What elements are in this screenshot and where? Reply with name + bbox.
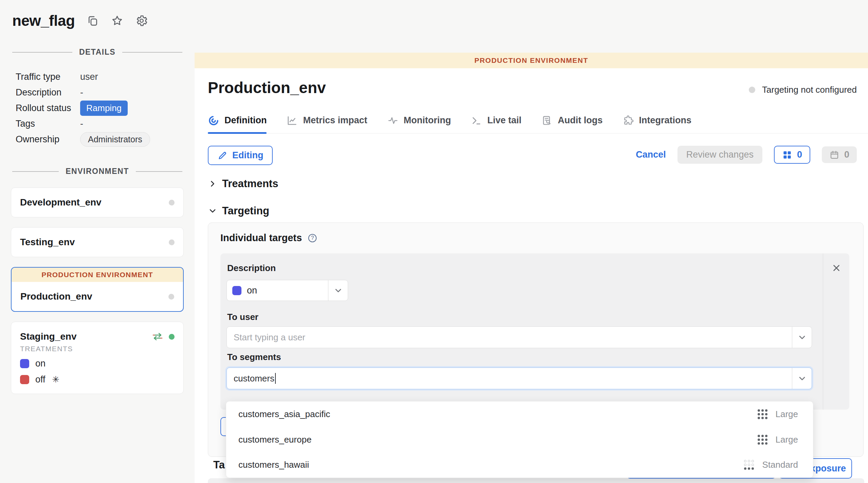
next-section-card	[208, 478, 864, 483]
selected-treatment: on	[247, 285, 328, 296]
target-rule-card: Description on To user To segments	[220, 253, 849, 410]
detail-row-rollout-status: Rollout status Ramping	[16, 100, 195, 116]
editing-button[interactable]: Editing	[208, 146, 273, 165]
targeting-status-dot	[749, 87, 755, 93]
treatments-section-toggle[interactable]: Treatments	[208, 178, 278, 190]
individual-targets-heading: Individual targets	[220, 232, 302, 244]
environment-heading: ENVIRONMENT	[66, 167, 129, 176]
metrics-icon	[286, 115, 298, 126]
review-changes-button[interactable]: Review changes	[677, 146, 762, 164]
svg-text:?: ?	[311, 235, 314, 241]
chevron-down-icon[interactable]	[792, 368, 812, 389]
to-segments-field-label: To segments	[227, 352, 281, 362]
page-header: new_flag	[12, 12, 148, 29]
next-section-heading-fragment: Ta	[213, 459, 225, 471]
segments-input-value[interactable]: customers	[234, 373, 274, 384]
ownership-pill[interactable]: Administrators	[80, 132, 150, 147]
segment-size-large-icon	[758, 409, 767, 419]
env-card-production[interactable]: PRODUCTION ENVIRONMENT Production_env	[11, 267, 184, 312]
segment-dropdown: customers_asia_pacific Large customers_e…	[226, 401, 813, 478]
env-status-dot-active	[169, 334, 175, 340]
environment-panel: Production_env Targeting not configured …	[195, 68, 868, 483]
user-input[interactable]	[234, 332, 792, 343]
treatment-select[interactable]: on	[227, 280, 348, 301]
main-area: PRODUCTION ENVIRONMENT Production_env Ta…	[195, 53, 868, 483]
env-card-development[interactable]: Development_env	[11, 187, 184, 217]
chevron-down-icon[interactable]	[328, 280, 348, 301]
traffic-swap-icon	[152, 332, 163, 341]
segment-size-standard-icon	[744, 460, 754, 470]
treatments-caption: TREATMENTS	[20, 345, 175, 353]
page-title: Production_env	[208, 78, 326, 97]
env-card-testing[interactable]: Testing_env	[11, 227, 184, 257]
environment-divider: ENVIRONMENT	[12, 167, 182, 176]
text-caret	[275, 373, 276, 384]
details-divider: DETAILS	[12, 48, 182, 57]
production-environment-top-banner: PRODUCTION ENVIRONMENT	[195, 53, 868, 68]
help-icon[interactable]: ?	[307, 233, 318, 243]
remove-rule-column	[823, 253, 849, 410]
production-environment-banner: PRODUCTION ENVIRONMENT	[12, 268, 183, 282]
segment-option-asia-pacific[interactable]: customers_asia_pacific Large	[226, 401, 813, 427]
targeting-status: Targeting not configured	[749, 85, 857, 95]
puzzle-icon	[622, 115, 634, 126]
treatment-color-swatch	[232, 286, 241, 295]
terminal-icon	[471, 115, 482, 126]
pencil-icon	[217, 150, 228, 161]
tab-metrics-impact[interactable]: Metrics impact	[286, 109, 367, 133]
star-icon[interactable]	[111, 14, 124, 27]
details-list: Traffic type user Description - Rollout …	[16, 69, 195, 147]
tab-bar: Definition Metrics impact Monitoring	[208, 109, 868, 133]
close-icon[interactable]	[831, 263, 842, 274]
detail-row-tags: Tags -	[16, 116, 195, 131]
details-heading: DETAILS	[79, 48, 115, 57]
definition-icon	[208, 115, 219, 126]
sidebar: DETAILS Traffic type user Description - …	[0, 48, 195, 404]
env-status-dot	[169, 200, 175, 205]
monitoring-icon	[387, 115, 399, 126]
tab-integrations[interactable]: Integrations	[622, 109, 692, 133]
targeting-section-toggle[interactable]: Targeting	[208, 205, 269, 217]
chevron-down-icon[interactable]	[792, 327, 812, 348]
description-field-label: Description	[227, 263, 276, 273]
env-card-staging[interactable]: Staging_env TREATMENTS on	[11, 322, 184, 394]
to-user-field-label: To user	[227, 312, 258, 322]
duplicate-icon[interactable]	[86, 14, 99, 27]
rollout-status-badge[interactable]: Ramping	[80, 101, 128, 116]
segment-option-europe[interactable]: customers_europe Large	[226, 427, 813, 452]
default-treatment-icon: ✳	[52, 374, 60, 385]
segment-option-hawaii[interactable]: customers_hawaii Standard	[226, 452, 813, 478]
change-count-button[interactable]: 0	[774, 146, 810, 164]
environment-list: Development_env Testing_env PRODUCTION E…	[11, 187, 184, 394]
action-bar: Editing Cancel Review changes 0	[208, 146, 857, 163]
to-segments-inputbox[interactable]: customers	[227, 368, 812, 389]
detail-row-description: Description -	[16, 85, 195, 100]
tab-audit-logs[interactable]: Audit logs	[541, 109, 603, 133]
env-status-dot	[168, 294, 174, 300]
treatment-row-on: on	[20, 358, 175, 369]
tab-monitoring[interactable]: Monitoring	[387, 109, 451, 133]
grid-icon	[782, 150, 792, 160]
treatment-row-off: off ✳	[20, 374, 175, 385]
cancel-link[interactable]: Cancel	[636, 149, 666, 160]
detail-row-traffic-type: Traffic type user	[16, 69, 195, 85]
env-status-dot	[169, 239, 175, 245]
flag-title: new_flag	[12, 12, 75, 29]
segment-size-large-icon	[758, 435, 767, 445]
schedule-count-button[interactable]: 0	[822, 146, 857, 163]
detail-row-ownership: Ownership Administrators	[16, 131, 195, 147]
chevron-down-icon	[208, 206, 217, 216]
audit-log-icon	[541, 115, 553, 126]
calendar-icon	[829, 150, 839, 160]
to-user-inputbox	[227, 326, 812, 348]
treatment-on-swatch	[20, 359, 29, 368]
treatment-off-swatch	[20, 375, 29, 384]
tab-definition[interactable]: Definition	[208, 109, 267, 133]
tab-live-tail[interactable]: Live tail	[471, 109, 522, 133]
chevron-right-icon	[208, 179, 217, 189]
gear-icon[interactable]	[135, 14, 148, 27]
